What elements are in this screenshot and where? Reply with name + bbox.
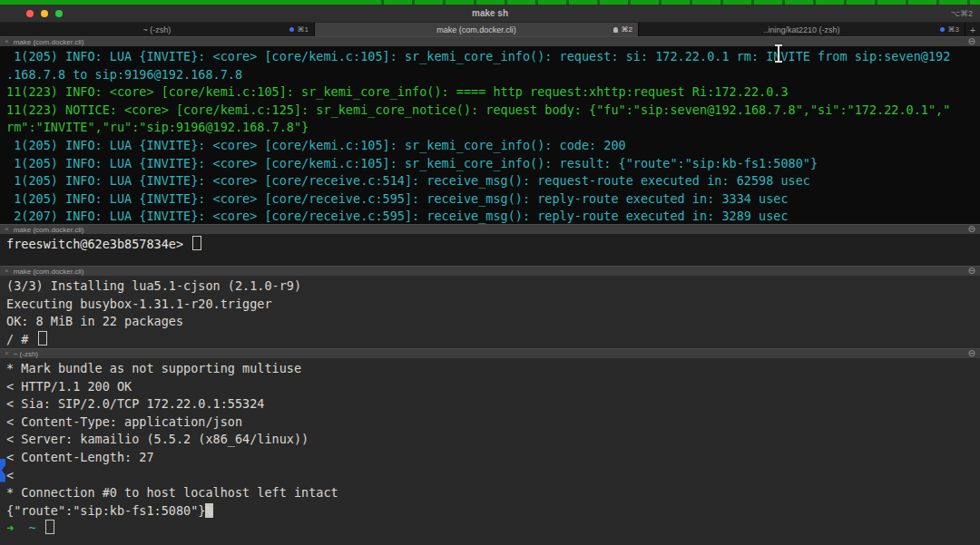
pane-apk-install: × make (com.docker.cli) ⊖ (3/3) Installi…: [0, 266, 980, 348]
terminal-line: 1(205) INFO: LUA {INVITE}: <core> [core/…: [6, 190, 980, 209]
terminal-line: 11(223) INFO: <core> [core/kemi.c:105]: …: [6, 83, 980, 102]
terminal-line: < HTTP/1.1 200 OK: [6, 378, 980, 396]
zoom-window-button[interactable]: [55, 10, 63, 17]
tab-bar: ~ (-zsh) ⌘1 make (com.docker.cli) ⌘2 ..i…: [0, 23, 980, 36]
terminal-text: ~: [21, 521, 43, 535]
minimize-window-button[interactable]: [41, 10, 48, 17]
terminal-line: / #: [6, 331, 980, 348]
pane-header[interactable]: × make (com.docker.cli) ⊖: [0, 266, 980, 276]
pane-freeswitch-cli: × make (com.docker.cli) ⊖ freeswitch@62e…: [0, 224, 980, 266]
terminal-line: 2(207) INFO: LUA {INVITE}: <core> [core/…: [6, 208, 980, 224]
close-pane-icon[interactable]: ×: [5, 268, 9, 275]
pane-header[interactable]: × make (com.docker.cli) ⊖: [0, 224, 980, 234]
terminal-text: < HTTP/1.1 200 OK: [6, 379, 132, 394]
close-window-button[interactable]: [26, 10, 34, 17]
restore-pane-icon[interactable]: ⊖: [968, 225, 975, 234]
tab-shortcut-label: ⌘1: [298, 25, 309, 34]
tab-label: ..ining/kat2210 (-zsh): [763, 25, 839, 34]
terminal-text: 2(207) INFO: LUA {INVITE}: <core> [core/…: [6, 209, 789, 223]
terminal-output-freeswitch[interactable]: freeswitch@62e3b857834e>: [0, 234, 980, 266]
terminal-line: ➜ ~: [6, 520, 980, 538]
terminal-text: <: [6, 468, 14, 482]
terminal-text: < Server: kamailio (5.5.2 (x86_64/linux)…: [6, 432, 309, 446]
terminal-cursor: [45, 520, 54, 534]
terminal-line: < Server: kamailio (5.5.2 (x86_64/linux)…: [6, 431, 980, 449]
terminal-line: 1(205) INFO: LUA {INVITE}: <core> [core/…: [6, 137, 980, 155]
terminal-text: 1(205) INFO: LUA {INVITE}: <core> [core/…: [6, 138, 626, 152]
terminal-cursor: [38, 331, 47, 345]
close-pane-icon[interactable]: ×: [5, 350, 9, 357]
terminal-line: 11(223) NOTICE: <core> [core/kemi.c:125]…: [6, 102, 980, 120]
terminal-line: .168.7.8 to sip:9196@192.168.7.8: [6, 66, 980, 84]
terminal-text: (3/3) Installing lua5.1-cjson (2.1.0-r9): [6, 278, 301, 293]
pane-header[interactable]: × ~ (-zsh) ⊖: [0, 348, 980, 358]
tab-make-docker-cli[interactable]: make (com.docker.cli) ⌘2: [315, 23, 639, 36]
terminal-text: < Content-Length: 27: [6, 450, 154, 464]
terminal-text: < Content-Type: application/json: [6, 414, 242, 429]
terminal-text: 1(205) INFO: LUA {INVITE}: <core> [core/…: [6, 191, 789, 206]
terminal-line: {"route":"sip:kb-fs1:5080"}%: [6, 502, 980, 521]
activity-indicator-icon: [289, 27, 294, 32]
terminal-line: OK: 8 MiB in 22 packages: [6, 313, 980, 331]
tab-label: make (com.docker.cli): [436, 25, 516, 34]
terminal-output-curl[interactable]: * Mark bundle as not supporting multiuse…: [0, 358, 980, 545]
bell-icon: [613, 27, 618, 33]
terminal-text: %: [205, 503, 212, 518]
tab-kat2210-zsh[interactable]: ..ining/kat2210 (-zsh) ⌘3: [639, 23, 965, 36]
terminal-line: < Sia: SIP/2.0/TCP 172.22.0.1:55324: [6, 395, 980, 414]
terminal-text: {"route":"sip:kb-fs1:5080"}: [6, 503, 205, 518]
terminal-output-kamailio[interactable]: 1(205) INFO: LUA {INVITE}: <core> [core/…: [0, 46, 980, 224]
pane-title: make (com.docker.cli): [14, 38, 84, 46]
restore-pane-icon[interactable]: ⊖: [968, 349, 975, 358]
terminal-text: 11(223) NOTICE: <core> [core/kemi.c:125]…: [6, 102, 950, 117]
pane-header[interactable]: × make (com.docker.cli) ⊖: [0, 36, 980, 46]
pane-curl-output: × ~ (-zsh) ⊖ * Mark bundle as not suppor…: [0, 348, 980, 545]
text-cursor-pointer: [774, 44, 783, 63]
pane-title: ~ (-zsh): [14, 350, 38, 358]
terminal-text: 11(223) INFO: <core> [core/kemi.c:105]: …: [6, 84, 789, 99]
terminal-line: 1(205) INFO: LUA {INVITE}: <core> [core/…: [6, 48, 980, 66]
traffic-lights: [26, 10, 63, 17]
terminal-line: freeswitch@62e3b857834e>: [6, 236, 980, 254]
tab-shortcut-label: ⌘3: [948, 25, 959, 34]
terminal-text: * Mark bundle as not supporting multiuse: [6, 361, 301, 375]
command-mark-icon: [0, 459, 5, 482]
close-pane-icon[interactable]: ×: [5, 226, 9, 233]
terminal-line: * Mark bundle as not supporting multiuse: [6, 360, 980, 378]
terminal-line: (3/3) Installing lua5.1-cjson (2.1.0-r9): [6, 277, 980, 296]
terminal-cursor: [192, 236, 201, 250]
window-shortcut-label: ⌥⌘2: [951, 9, 973, 18]
terminal-line: Executing busybox-1.31.1-r20.trigger: [6, 296, 980, 314]
terminal-text: < Sia: SIP/2.0/TCP 172.22.0.1:55324: [6, 396, 264, 411]
terminal-line: < Content-Type: application/json: [6, 414, 980, 432]
terminal-text: / #: [6, 332, 36, 346]
terminal-text: rm":"INVITE","ru":"sip:9196@192.168.7.8"…: [6, 120, 309, 134]
terminal-line: 1(205) INFO: LUA {INVITE}: <core> [core/…: [6, 172, 980, 190]
screen: make sh ⌥⌘2 ~ (-zsh) ⌘1 make (com.docker…: [0, 0, 980, 545]
terminal-text: Executing busybox-1.31.1-r20.trigger: [6, 297, 272, 311]
terminal-text: .168.7.8 to sip:9196@192.168.7.8: [6, 67, 242, 82]
terminal-text: 1(205) INFO: LUA {INVITE}: <core> [core/…: [6, 156, 818, 170]
pane-title: make (com.docker.cli): [14, 226, 84, 234]
close-pane-icon[interactable]: ×: [5, 38, 9, 45]
pane-title: make (com.docker.cli): [14, 268, 84, 276]
new-tab-button[interactable]: +: [965, 23, 980, 36]
activity-indicator-icon: [940, 27, 945, 32]
terminal-line: rm":"INVITE","ru":"sip:9196@192.168.7.8"…: [6, 119, 980, 137]
terminal-line: 1(205) INFO: LUA {INVITE}: <core> [core/…: [6, 155, 980, 173]
tab-home-zsh[interactable]: ~ (-zsh) ⌘1: [0, 23, 315, 36]
window-titlebar[interactable]: make sh ⌥⌘2: [0, 5, 980, 23]
terminal-line: <: [6, 467, 980, 485]
terminal-line: * Connection #0 to host localhost left i…: [6, 484, 980, 502]
terminal-line: < Content-Length: 27: [6, 449, 980, 467]
terminal-text: 1(205) INFO: LUA {INVITE}: <core> [core/…: [6, 49, 950, 63]
restore-pane-icon[interactable]: ⊖: [968, 37, 975, 46]
terminal-text: freeswitch@62e3b857834e>: [6, 237, 191, 251]
restore-pane-icon[interactable]: ⊖: [968, 267, 975, 276]
pane-kamailio-logs: × make (com.docker.cli) ⊖ 1(205) INFO: L…: [0, 36, 980, 224]
terminal-text: 1(205) INFO: LUA {INVITE}: <core> [core/…: [6, 173, 810, 188]
tab-shortcut-label: ⌘2: [622, 25, 632, 34]
terminal-output-apk[interactable]: (3/3) Installing lua5.1-cjson (2.1.0-r9)…: [0, 276, 980, 348]
window-title: make sh: [472, 8, 508, 18]
terminal-text: OK: 8 MiB in 22 packages: [6, 314, 183, 328]
